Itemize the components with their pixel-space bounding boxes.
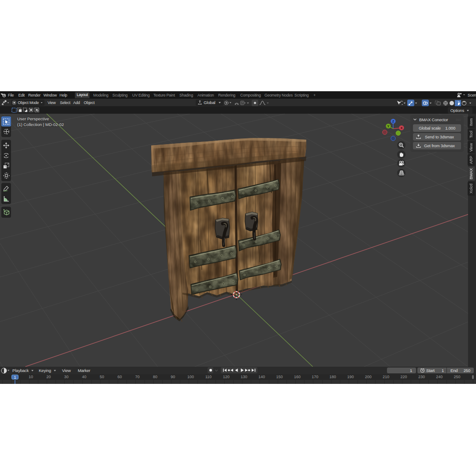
svg-text:Y: Y <box>387 124 389 128</box>
svg-text:X: X <box>400 126 402 130</box>
svg-text:Z: Z <box>392 119 394 123</box>
